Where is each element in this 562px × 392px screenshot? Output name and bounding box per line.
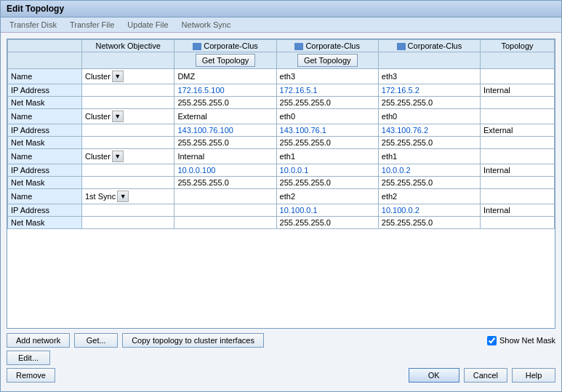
edit-button[interactable]: Edit...: [7, 351, 50, 365]
cell-topo-ip3: Internal: [481, 164, 555, 177]
dropdown-arrow-1[interactable]: ▼: [112, 71, 124, 82]
topology-table: Network Objective Corporate-Clus Corpora…: [7, 39, 555, 229]
cell-obj-mask1: [81, 97, 174, 109]
cell-obj-mask2: [81, 137, 174, 149]
cell-mask-c1-4: [174, 217, 276, 229]
cell-mask-c1-3: 255.255.255.0: [174, 177, 276, 189]
cell-topo-mask4: [481, 217, 555, 229]
cell-mask-4: Net Mask: [8, 217, 82, 229]
cell-ip-c1-4: [174, 204, 276, 217]
cell-topo-ip2: External: [481, 124, 555, 137]
cell-ip-c3-4: 10.100.0.2: [378, 204, 480, 217]
cell-ip-c2-3: 10.0.0.1: [276, 164, 378, 177]
get-button[interactable]: Get...: [74, 333, 118, 348]
cell-obj-1: Cluster ▼: [81, 69, 174, 84]
help-button[interactable]: Help: [512, 368, 555, 383]
button-row-2: Edit...: [7, 351, 555, 365]
window-title: Edit Topology: [7, 4, 64, 14]
table-row: IP Address 10.0.0.100 10.0.0.1 10.0.0.2 …: [8, 164, 555, 177]
cell-ipaddr-3: IP Address: [8, 164, 82, 177]
main-content: Network Objective Corporate-Clus Corpora…: [1, 33, 561, 391]
cell-obj-ip4: [81, 204, 174, 217]
col-header-network-objective: Network Objective: [81, 40, 174, 52]
cell-name-4: Name: [8, 189, 82, 204]
cell-corp2-1: eth3: [276, 69, 378, 84]
cell-obj-4: 1st Sync ▼: [81, 189, 174, 204]
cell-mask-c2-2: 255.255.255.0: [276, 137, 378, 149]
col-header-corp2: Corporate-Clus: [276, 40, 378, 52]
cell-name-1: Name: [8, 69, 82, 84]
table-header-row-2: Get Topology Get Topology: [8, 52, 555, 69]
cell-ip-c2-4: 10.100.0.1: [276, 204, 378, 217]
menu-transfer-file[interactable]: Transfer File: [64, 19, 120, 31]
cell-obj-ip2: [81, 124, 174, 137]
button-row-3: Remove OK Cancel Help: [7, 368, 555, 383]
dropdown-arrow-3[interactable]: ▼: [112, 151, 124, 162]
cell-obj-ip3: [81, 164, 174, 177]
table-row: Net Mask 255.255.255.0 255.255.255.0: [8, 217, 555, 229]
cell-corp2-4: eth2: [276, 189, 378, 204]
menu-update-file[interactable]: Update File: [121, 19, 174, 31]
final-action-buttons: OK Cancel Help: [409, 368, 555, 383]
cell-topo-mask3: [481, 177, 555, 189]
cell-mask-c1-2: 255.255.255.0: [174, 137, 276, 149]
table-row: Net Mask 255.255.255.0 255.255.255.0 255…: [8, 177, 555, 189]
cell-corp1-2: External: [174, 109, 276, 124]
cell-corp3-1: eth3: [378, 69, 480, 84]
dropdown-arrow-2[interactable]: ▼: [112, 111, 124, 122]
get-topology-btn-1[interactable]: Get Topology: [196, 54, 256, 67]
col-sub-corp3: [378, 52, 480, 69]
ok-button[interactable]: OK: [409, 368, 459, 383]
cell-corp2-2: eth0: [276, 109, 378, 124]
table-row: Name Cluster ▼ Internal eth1 eth1: [8, 149, 555, 164]
cell-mask-c3-3: 255.255.255.0: [378, 177, 480, 189]
cell-mask-c3-1: 255.255.255.0: [378, 97, 480, 109]
cell-ipaddr-4: IP Address: [8, 204, 82, 217]
table-row: IP Address 172.16.5.100 172.16.5.1 172.1…: [8, 84, 555, 97]
cancel-button[interactable]: Cancel: [464, 368, 507, 383]
cell-topo-ip1: Internal: [481, 84, 555, 97]
cell-ip-c3-3: 10.0.0.2: [378, 164, 480, 177]
dropdown-arrow-4[interactable]: ▼: [117, 191, 129, 202]
col-header-corp3: Corporate-Clus: [378, 40, 480, 52]
cell-topo-ip4: Internal: [481, 204, 555, 217]
cell-obj-3: Cluster ▼: [81, 149, 174, 164]
corp3-icon: [397, 43, 406, 50]
topology-table-container: Network Objective Corporate-Clus Corpora…: [7, 39, 555, 329]
cell-topo-3: [481, 149, 555, 164]
button-row-1: Add network Get... Copy topology to clus…: [7, 333, 555, 348]
col-header-topology: Topology: [481, 40, 555, 52]
cell-mask-3: Net Mask: [8, 177, 82, 189]
cell-name-3: Name: [8, 149, 82, 164]
show-net-mask-area: Show Net Mask: [487, 336, 555, 345]
cell-ip-c1-1: 172.16.5.100: [174, 84, 276, 97]
cell-mask-c2-4: 255.255.255.0: [276, 217, 378, 229]
cell-mask-c2-3: 255.255.255.0: [276, 177, 378, 189]
table-header-row-1: Network Objective Corporate-Clus Corpora…: [8, 40, 555, 52]
cell-corp1-4: [174, 189, 276, 204]
remove-button[interactable]: Remove: [7, 368, 55, 383]
table-row: Name Cluster ▼ External eth0 eth0: [8, 109, 555, 124]
menu-network-sync[interactable]: Network Sync: [176, 19, 237, 31]
corp1-icon: [193, 43, 201, 50]
cell-topo-mask1: [481, 97, 555, 109]
cell-mask-2: Net Mask: [8, 137, 82, 149]
table-row: IP Address 10.100.0.1 10.100.0.2 Interna…: [8, 204, 555, 217]
table-row: Name 1st Sync ▼ eth2 eth2: [8, 189, 555, 204]
cell-corp3-2: eth0: [378, 109, 480, 124]
col-sub-empty: [8, 52, 82, 69]
copy-topology-button[interactable]: Copy topology to cluster interfaces: [122, 333, 264, 348]
show-net-mask-checkbox[interactable]: [487, 336, 497, 345]
cell-topo-mask2: [481, 137, 555, 149]
cell-ip-c2-1: 172.16.5.1: [276, 84, 378, 97]
cell-ipaddr-2: IP Address: [8, 124, 82, 137]
cell-corp3-3: eth1: [378, 149, 480, 164]
menu-transfer-disk[interactable]: Transfer Disk: [4, 19, 63, 31]
cell-corp1-3: Internal: [174, 149, 276, 164]
cell-topo-1: [481, 69, 555, 84]
get-topology-btn-2[interactable]: Get Topology: [297, 54, 358, 67]
cell-mask-c3-2: 255.255.255.0: [378, 137, 480, 149]
table-row: Name Cluster ▼ DMZ eth3 eth3: [8, 69, 555, 84]
add-network-button[interactable]: Add network: [7, 333, 70, 348]
col-sub-obj: [81, 52, 174, 69]
